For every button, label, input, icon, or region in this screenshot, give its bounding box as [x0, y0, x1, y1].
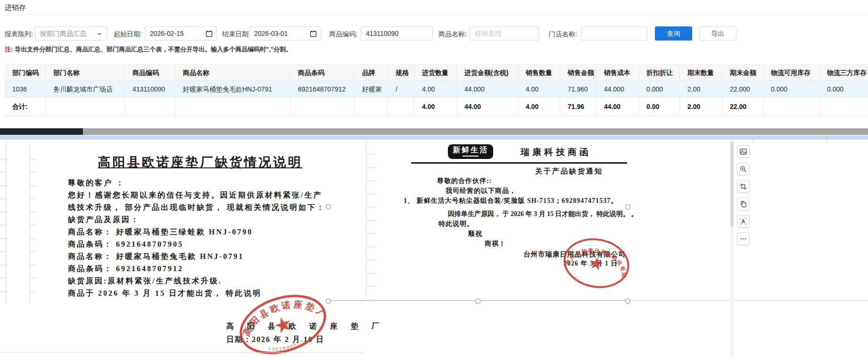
data-cell: 71.960: [560, 82, 596, 97]
horizontal-scrollbar-thumb[interactable]: [0, 128, 83, 135]
header-cell: 品牌: [355, 65, 388, 81]
data-cell: 22.000: [722, 82, 763, 97]
table-totals-row: 合计: 4.00 44.00 4.00 71.96 44.00 0.00 2.0…: [5, 98, 868, 116]
left-doc-title: 高阳县欧诺座垫厂缺货情况说明: [36, 154, 364, 171]
selection-handle-left[interactable]: [326, 204, 331, 209]
data-cell: 44.000: [457, 82, 518, 97]
freeze-pane-strip: [0, 135, 868, 140]
data-cell: 44.000: [596, 82, 639, 97]
total-cell: [175, 98, 290, 116]
doc-text-line: 商品于 2026 年 3 月 15 日才能出货， 特此说明: [68, 289, 262, 299]
doc-text-line: 因排单生产原因， 于 2026 年 3 月 15 日才能出货， 特此说明。 。: [448, 210, 638, 218]
left-doc-signature: 高 阳 县 欧 诺 座 垫 厂: [226, 322, 385, 332]
total-cell: [290, 98, 355, 116]
doc-text-line: 商品条码： 6921648707912: [68, 264, 183, 274]
doc-text-line: 缺货产品及原因：: [68, 215, 140, 225]
product-name-input[interactable]: 模糊查找: [470, 26, 539, 41]
product-code-label: 商品编码:: [329, 30, 357, 39]
end-date-value: 2026-03-01: [254, 30, 288, 37]
data-cell: 6921648707912: [290, 82, 355, 97]
end-date-input[interactable]: 2026-03-01: [249, 26, 321, 41]
doc-text-line: 我司经营的以下商品，: [446, 187, 516, 195]
grid-line-vertical: [6, 141, 7, 303]
grid-lines: [30, 146, 36, 302]
note-text: 导出文件分部门汇总、商品汇总、部门商品汇总三个表，不需分开导出。输入多个商品编码…: [15, 46, 292, 53]
header-cell: 进货数量: [414, 65, 457, 81]
header-cell: 商品条码: [290, 65, 355, 81]
header-cell: 销售成本: [596, 65, 639, 81]
doc-text-line: 商祺！: [485, 240, 506, 248]
doc-text-line: 尊敬的客户 ：: [68, 178, 125, 188]
image-icon[interactable]: [737, 145, 750, 158]
data-cell: 0.000: [763, 82, 819, 97]
selection-handle-bottom-left[interactable]: [326, 299, 331, 304]
doc-text-line: 商品名称： 好暖家马桶垫兔毛款 HNJ-0791: [68, 252, 244, 262]
total-cell: [125, 98, 175, 116]
data-cell: 4.00: [518, 82, 560, 97]
zoom-in-icon[interactable]: [737, 163, 750, 175]
table-row[interactable]: 1036 务川麒龙城市广场店 413110090 好暖家马桶垫兔毛款HNJ-07…: [5, 82, 868, 98]
vertical-scrollbar-thumb[interactable]: [730, 141, 734, 226]
divider: [0, 15, 868, 15]
total-cell: [388, 98, 414, 116]
vertical-scrollbar[interactable]: [730, 140, 734, 357]
total-cell: 44.00: [596, 98, 639, 116]
grid-lines: [366, 141, 377, 302]
header-cell: 规格: [388, 65, 414, 81]
product-name-placeholder: 模糊查找: [475, 30, 501, 37]
total-cell: [819, 98, 868, 116]
shortage-letter-image-left[interactable]: 高阳县欧诺座垫厂缺货情况说明 尊敬的客户 ： 您好！感谢您长期以来的信任与支持。…: [36, 140, 364, 353]
total-cell: 4.00: [414, 98, 457, 116]
store-name-input[interactable]: [581, 26, 647, 41]
page-title: 进销存: [5, 3, 26, 12]
report-layout-value: 按部门商品汇总: [40, 30, 86, 37]
seal-number: 331004701133: [572, 275, 607, 291]
query-button[interactable]: 查询: [655, 26, 692, 41]
svg-text:A: A: [742, 218, 745, 224]
calendar-icon[interactable]: [206, 30, 213, 37]
report-layout-select[interactable]: 按部门商品汇总: [35, 26, 107, 41]
export-note: 注:导出文件分部门汇总、商品汇总、部门商品汇总三个表，不需分开导出。输入多个商品…: [5, 45, 292, 54]
data-cell: 0.000: [819, 82, 868, 97]
total-cell: 71.96: [560, 98, 596, 116]
app-window: 进销存 报表陈列: 按部门商品汇总 起始日期: 2026-02-15 结束日期:…: [0, 0, 868, 357]
header-cell: 商品名称: [175, 65, 290, 81]
product-code-value: 413110090: [366, 30, 398, 37]
table-header-row: 部门编码 部门名称 商品编码 商品名称 商品条码 品牌 规格 进货数量 进货金额…: [5, 64, 868, 81]
start-date-value: 2026-02-15: [150, 30, 184, 37]
header-cell: 物流三方库存: [819, 65, 868, 81]
grid-line-vertical: [30, 141, 30, 303]
grid-row-line: [0, 352, 364, 353]
total-cell: 2.00: [680, 98, 722, 116]
export-button[interactable]: 导出: [699, 26, 736, 41]
grid-line-vertical: [366, 141, 366, 302]
right-doc-header: 瑞康科技商函: [521, 146, 591, 158]
grid-tick: [826, 140, 827, 142]
grid-tick: [753, 140, 753, 142]
product-code-input[interactable]: 413110090: [361, 26, 433, 41]
end-date-label: 结束日期:: [222, 30, 250, 39]
more-options-icon[interactable]: [737, 232, 750, 245]
selection-handle-bottom-right[interactable]: [625, 299, 630, 304]
crop-icon[interactable]: [737, 180, 750, 193]
header-cell: 物流可用库存: [763, 65, 819, 81]
horizontal-scrollbar[interactable]: [0, 128, 868, 135]
total-cell: [763, 98, 819, 116]
selection-handle-right[interactable]: [625, 204, 630, 209]
shortage-letter-image-right[interactable]: 新鲜生活 瑞康科技商函 关于产品缺货通知 尊敬的合作伙伴:: 我司经营的以下商品…: [376, 140, 627, 299]
copy-icon[interactable]: [737, 198, 750, 210]
start-date-input[interactable]: 2026-02-15: [145, 26, 217, 41]
start-date-label: 起始日期:: [114, 30, 142, 39]
header-cell: 期末金额: [722, 65, 763, 81]
calendar-icon[interactable]: [310, 30, 317, 37]
data-cell: 0.000: [639, 82, 680, 97]
header-cell: 销售数量: [518, 65, 560, 81]
chevron-down-icon: [97, 33, 102, 35]
header-cell: 折扣折让: [639, 65, 680, 81]
data-cell: 务川麒龙城市广场店: [46, 82, 125, 97]
grid-row-line: [627, 300, 868, 301]
right-doc-date: 2026 年 3 月 1 日: [563, 259, 618, 268]
extract-text-icon[interactable]: A: [737, 215, 750, 228]
selection-handle-bottom-middle[interactable]: [475, 299, 480, 304]
total-cell: 22.00: [722, 98, 763, 116]
